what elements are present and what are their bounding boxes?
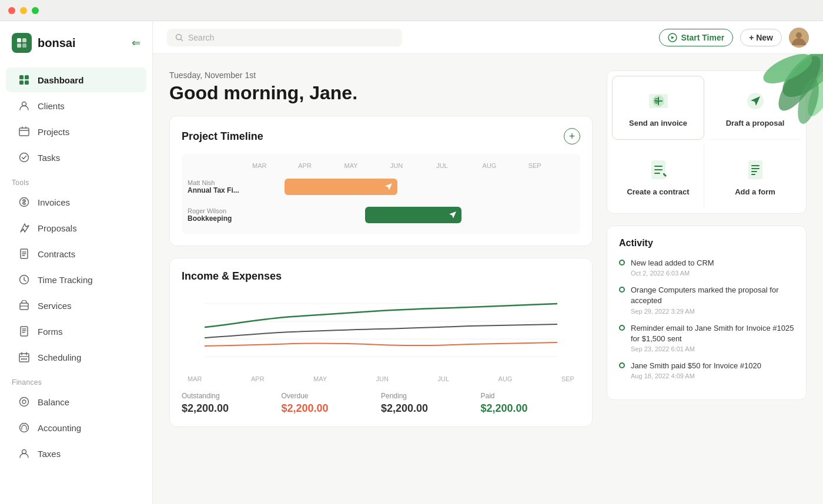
proposals-icon <box>18 221 31 234</box>
start-timer-button[interactable]: Start Timer <box>659 29 733 46</box>
svg-point-21 <box>20 398 29 406</box>
sidebar-item-taxes[interactable]: Taxes <box>6 441 146 466</box>
sidebar-item-dashboard[interactable]: Dashboard <box>6 68 146 92</box>
new-button-label: + New <box>749 33 773 42</box>
stat-outstanding: Outstanding $2,200.00 <box>182 392 282 415</box>
svg-rect-19 <box>24 358 25 360</box>
timeline-bar-2[interactable] <box>365 207 461 223</box>
sidebar-item-balance[interactable]: Balance <box>6 389 146 414</box>
sidebar-item-projects[interactable]: Projects <box>6 119 146 144</box>
sidebar-item-accounting[interactable]: Accounting <box>6 415 146 440</box>
activity-content: Jane Smith paid $50 for Invoice #1020 Au… <box>631 361 794 379</box>
accounting-icon <box>18 421 31 434</box>
create-contract-icon <box>645 157 671 183</box>
greeting-title: Good morning, Jane. <box>169 82 593 104</box>
chart-month-aug: AUG <box>499 375 513 382</box>
greeting-date: Tuesday, November 1st <box>169 70 593 80</box>
app-wrapper: bonsai ⇐ Dashboard Clients <box>0 21 823 504</box>
sidebar-item-invoices[interactable]: Invoices <box>6 190 146 214</box>
sidebar-logo: bonsai ⇐ <box>0 33 152 67</box>
project-timeline-title: Project Timeline <box>182 130 263 143</box>
finances-section-label: Finances <box>0 370 152 389</box>
chart-month-sep: SEP <box>561 375 574 382</box>
clients-icon <box>18 99 31 112</box>
activity-dot <box>619 325 625 331</box>
sidebar-item-label: Clients <box>38 101 65 111</box>
quick-actions: $ Send an invoice <box>607 70 807 214</box>
search-bar[interactable]: Search <box>167 29 402 46</box>
svg-text:$: $ <box>654 97 658 105</box>
sidebar-item-label: Time Tracking <box>38 275 93 285</box>
svg-rect-7 <box>25 80 29 85</box>
activity-item-2: Orange Computers marked the proposal for… <box>619 285 794 314</box>
add-project-button[interactable]: + <box>564 128 580 145</box>
svg-point-22 <box>22 400 26 404</box>
stat-label: Pending <box>381 392 481 400</box>
svg-rect-4 <box>19 75 24 79</box>
stat-label: Overdue <box>282 392 382 400</box>
tools-section-label: Tools <box>0 170 152 189</box>
activity-card: Activity New lead added to CRM Oct 2, 20… <box>607 226 807 400</box>
timeline-bar-area-2 <box>252 206 574 224</box>
search-placeholder: Search <box>188 33 214 42</box>
activity-time: Sep 23, 2022 6:01 AM <box>631 345 794 352</box>
person-name-2: Roger Wilson <box>188 207 252 214</box>
svg-rect-5 <box>25 75 29 79</box>
invoices-icon <box>18 196 31 209</box>
maximize-button[interactable] <box>32 7 39 14</box>
svg-rect-9 <box>19 128 29 136</box>
sidebar-item-tasks[interactable]: Tasks <box>6 145 146 170</box>
timeline-container: MAR APR MAY JUN JUL AUG SEP Matt Nish <box>182 154 580 234</box>
stat-pending: Pending $2,200.00 <box>381 392 481 415</box>
logo-text: bonsai <box>38 36 75 50</box>
activity-text: Jane Smith paid $50 for Invoice #1020 <box>631 361 794 371</box>
start-timer-label: Start Timer <box>681 33 724 42</box>
stats-row: Outstanding $2,200.00 Overdue $2,200.00 … <box>182 392 580 415</box>
activity-text: New lead added to CRM <box>631 258 794 268</box>
sidebar-item-scheduling[interactable]: Scheduling <box>6 345 146 369</box>
draft-proposal-action[interactable]: Draft a proposal <box>709 76 801 140</box>
forms-icon <box>18 325 31 338</box>
time-tracking-icon <box>18 273 31 286</box>
sidebar-item-time-tracking[interactable]: Time Tracking <box>6 267 146 292</box>
create-contract-label: Create a contract <box>627 187 689 196</box>
play-icon <box>668 33 677 42</box>
minimize-button[interactable] <box>20 7 27 14</box>
timeline-row-2: Roger Wilson Bookkeeping <box>182 202 580 228</box>
taxes-icon <box>18 447 31 460</box>
balance-icon <box>18 395 31 408</box>
titlebar <box>0 0 823 21</box>
quick-actions-grid: $ Send an invoice <box>607 71 806 213</box>
month-jun: JUN <box>390 162 436 169</box>
create-contract-action[interactable]: Create a contract <box>612 145 704 209</box>
add-form-action[interactable]: Add a form <box>709 145 801 209</box>
sidebar-item-services[interactable]: Services <box>6 293 146 318</box>
chart-month-jun: JUN <box>376 375 389 382</box>
send-invoice-label: Send an invoice <box>629 119 687 127</box>
avatar-image <box>789 28 809 48</box>
sidebar-item-contracts[interactable]: Contracts <box>6 241 146 266</box>
sidebar-item-label: Balance <box>38 397 69 407</box>
stat-overdue: Overdue $2,200.00 <box>282 392 382 415</box>
tasks-icon <box>18 151 31 164</box>
content-area: Tuesday, November 1st Good morning, Jane… <box>153 54 823 455</box>
svg-point-23 <box>20 424 29 432</box>
chart-labels: MAR APR MAY JUN JUL AUG SEP <box>182 375 580 382</box>
timeline-bar-1[interactable] <box>285 179 397 195</box>
sidebar-item-label: Accounting <box>38 423 81 433</box>
sidebar-item-label: Invoices <box>38 197 70 207</box>
sidebar-collapse-icon[interactable]: ⇐ <box>132 36 140 49</box>
sidebar-item-proposals[interactable]: Proposals <box>6 216 146 240</box>
top-bar-right: Start Timer + New <box>659 28 809 48</box>
new-button[interactable]: + New <box>740 29 782 46</box>
person-project-2: Bookkeeping <box>188 214 252 223</box>
activity-content: Reminder email to Jane Smith for Invoice… <box>631 323 794 352</box>
sidebar-item-clients[interactable]: Clients <box>6 93 146 118</box>
avatar[interactable] <box>789 28 809 48</box>
stat-label: Paid <box>481 392 581 400</box>
sidebar-item-forms[interactable]: Forms <box>6 319 146 344</box>
send-invoice-action[interactable]: $ Send an invoice <box>612 76 704 140</box>
close-button[interactable] <box>8 7 15 14</box>
income-expenses-card: Income & Expenses <box>169 258 593 427</box>
draft-proposal-icon <box>742 88 768 114</box>
